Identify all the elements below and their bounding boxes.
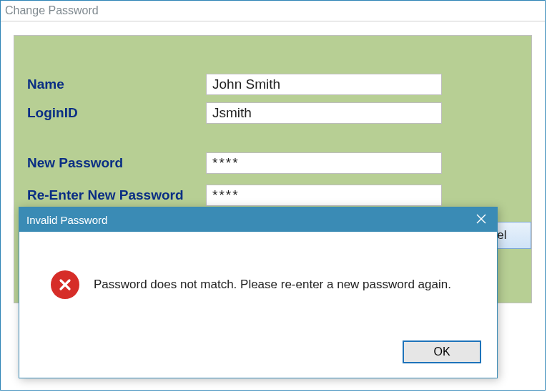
dialog-message: Password does not match. Please re-enter… [94,278,451,292]
change-password-window: Change Password Name LoginID New Passwor… [0,0,546,391]
dialog-body: Password does not match. Please re-enter… [19,232,497,378]
row-name: Name [27,72,518,97]
dialog-message-row: Password does not match. Please re-enter… [51,270,451,299]
ok-button[interactable]: OK [403,340,481,363]
dialog-title: Invalid Password [26,214,107,226]
window-title: Change Password [1,1,545,21]
login-label: LoginID [27,105,206,121]
error-icon [51,270,79,299]
new-password-label: New Password [27,155,206,171]
row-newpw: New Password [27,150,518,176]
row-repw: Re-Enter New Password [27,182,518,208]
row-login: LoginID [27,100,518,126]
dialog-close-button[interactable] [465,207,497,232]
login-input[interactable] [206,102,442,124]
name-input[interactable] [206,74,442,95]
dialog-titlebar: Invalid Password [19,207,497,232]
reenter-password-input[interactable] [206,185,442,206]
reenter-password-label: Re-Enter New Password [27,187,206,203]
new-password-input[interactable] [206,152,442,174]
close-icon [476,214,486,226]
invalid-password-dialog: Invalid Password Password does not match… [19,207,498,378]
name-label: Name [27,77,206,92]
